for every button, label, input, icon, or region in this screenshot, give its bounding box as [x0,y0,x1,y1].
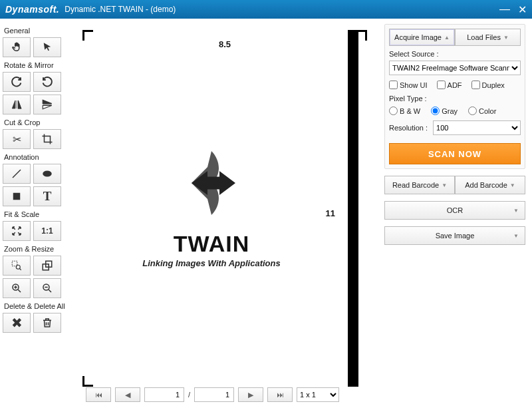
flip-h-icon [11,99,23,110]
rect-icon [11,190,23,202]
fit-icon [11,225,23,237]
resize-icon [41,260,53,272]
zoom-out-icon [41,282,53,294]
section-annotation: Annotation [4,153,67,161]
zoom-in-button[interactable] [3,278,31,298]
ellipse-icon [41,168,53,180]
section-zoom: Zoom & Resize [4,245,67,253]
page-width-label: 8.5 [82,39,367,49]
brand-logo: Dynamsoft. [5,4,59,15]
gray-radio[interactable]: Gray [431,106,458,115]
section-delete: Delete & Delete All [4,302,67,310]
twain-tagline: Linking Images With Applications [82,258,340,268]
zoom-region-button[interactable] [3,256,31,276]
last-page-button[interactable]: ⏭ [267,387,293,402]
crop-button[interactable] [33,129,61,149]
titlebar: Dynamsoft. Dynamic .NET TWAIN - (demo) —… [0,0,532,19]
total-pages [194,387,234,402]
hand-icon [11,41,23,53]
section-cut: Cut & Crop [4,118,67,126]
first-page-button[interactable]: ⏮ [86,387,111,402]
svg-point-0 [43,171,52,177]
twain-logo-icon [172,143,251,223]
zoom-out-button[interactable] [33,278,61,298]
zoom-in-icon [11,282,23,294]
zoom-region-icon [11,260,23,272]
flip-v-icon [41,99,53,110]
viewer-area: 8.5 11 TWAIN Linking Images With Applica… [71,19,380,404]
minimize-icon[interactable]: — [499,3,510,16]
text-button[interactable]: T [33,186,61,206]
pointer-tool-button[interactable] [33,37,61,57]
crop-mark-icon [82,376,93,387]
save-image-button[interactable]: Save Image▼ [384,226,525,245]
delete-all-button[interactable] [33,313,61,333]
show-ui-checkbox[interactable]: Show UI [389,81,428,89]
rotate-cw-button[interactable] [3,72,31,92]
twain-logo: TWAIN Linking Images With Applications [82,143,340,268]
adf-checkbox[interactable]: ADF [437,81,462,89]
cut-button[interactable]: ✂ [3,129,31,149]
source-select[interactable]: TWAIN2 FreeImage Software Scanner [389,61,521,75]
duplex-checkbox[interactable]: Duplex [471,81,505,89]
scan-margin [348,30,358,387]
app-title: Dynamic .NET TWAIN - (demo) [65,5,176,14]
pointer-icon [41,41,53,53]
color-radio[interactable]: Color [468,106,496,115]
fit-button[interactable] [3,221,31,241]
rotate-cw-icon [11,76,23,88]
document-viewer[interactable]: 8.5 11 TWAIN Linking Images With Applica… [75,23,376,385]
ellipse-button[interactable] [33,164,61,184]
acquire-image-tab[interactable]: Acquire Image▲ [389,29,455,46]
acquire-panel: Acquire Image▲ Load Files▼ Select Source… [384,24,525,169]
read-barcode-button[interactable]: Read Barcode▼ [384,176,455,194]
line-button[interactable] [3,164,31,184]
chevron-down-icon: ▼ [503,35,509,41]
section-general: General [4,27,67,35]
window-controls: — ✕ [499,3,527,16]
page-separator: / [188,391,190,399]
select-source-label: Select Source : [389,50,521,58]
scan-now-button[interactable]: SCAN NOW [389,143,521,164]
page-preview: 8.5 11 TWAIN Linking Images With Applica… [82,30,367,387]
bw-radio[interactable]: B & W [389,106,420,115]
load-files-tab[interactable]: Load Files▼ [455,29,521,46]
section-rotate: Rotate & Mirror [4,61,67,69]
rotate-ccw-button[interactable] [33,72,61,92]
prev-page-button[interactable]: ◀ [115,387,140,402]
section-fit: Fit & Scale [4,210,67,218]
chevron-down-icon: ▼ [442,182,447,188]
chevron-up-icon: ▲ [444,35,450,41]
current-page-input[interactable] [144,387,184,402]
ocr-button[interactable]: OCR▼ [384,201,525,220]
flip-horizontal-button[interactable] [3,95,31,114]
resize-button[interactable] [33,256,61,276]
trash-icon [41,317,53,329]
rect-button[interactable] [3,186,31,206]
view-mode-select[interactable]: 1 x 1 [297,387,339,402]
add-barcode-button[interactable]: Add Barcode▼ [455,176,525,194]
flip-vertical-button[interactable] [33,95,61,114]
pixel-type-label: Pixel Type : [389,95,521,102]
svg-rect-1 [13,193,21,200]
actual-size-button[interactable]: 1:1 [33,221,61,241]
rotate-ccw-icon [41,76,53,88]
tool-sidebar: General Rotate & Mirror Cut & Crop ✂ Ann… [0,19,71,404]
right-panel: Acquire Image▲ Load Files▼ Select Source… [380,19,532,404]
page-navigation: ⏮ ◀ / ▶ ⏭ 1 x 1 [75,385,376,404]
twain-wordmark: TWAIN [82,231,340,257]
next-page-button[interactable]: ▶ [238,387,263,402]
line-icon [11,168,23,180]
chevron-down-icon: ▼ [510,182,515,188]
resolution-label: Resolution : [389,124,428,132]
chevron-down-icon: ▼ [513,208,519,214]
svg-rect-2 [12,261,17,266]
chevron-down-icon: ▼ [513,233,519,239]
crop-icon [41,133,53,145]
close-icon[interactable]: ✕ [518,3,527,16]
resolution-select[interactable]: 100 [433,120,521,135]
delete-button[interactable]: ✖ [3,313,31,333]
hand-tool-button[interactable] [3,37,31,57]
svg-point-3 [16,265,20,269]
